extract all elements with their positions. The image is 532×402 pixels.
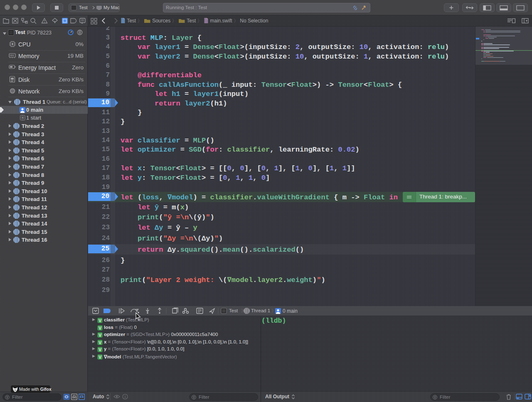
svg-text:My Mac: My Mac (103, 5, 120, 10)
svg-text:Test: Test (79, 5, 88, 10)
